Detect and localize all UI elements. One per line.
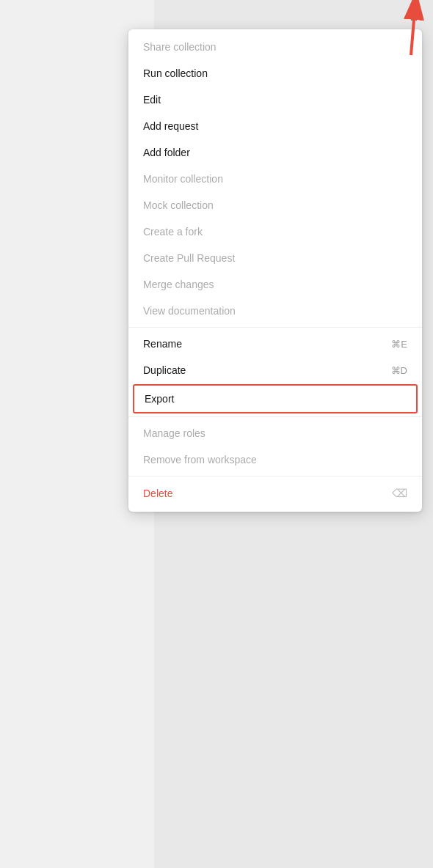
menu-divider — [128, 416, 422, 417]
menu-item-label: Create Pull Request — [143, 252, 235, 264]
menu-item-label: Merge changes — [143, 279, 214, 290]
menu-item-rename[interactable]: Rename ⌘E — [128, 331, 422, 357]
menu-item-label: Rename — [143, 338, 182, 350]
menu-item-create-pull-request[interactable]: Create Pull Request — [128, 245, 422, 271]
menu-item-label: Run collection — [143, 67, 208, 79]
menu-item-label: Export — [145, 393, 174, 405]
menu-item-merge-changes[interactable]: Merge changes — [128, 271, 422, 298]
menu-item-label: Add request — [143, 120, 199, 132]
menu-item-label: Edit — [143, 94, 161, 106]
menu-divider — [128, 476, 422, 477]
menu-item-label: Add folder — [143, 147, 190, 158]
menu-item-add-request[interactable]: Add request — [128, 113, 422, 139]
menu-item-duplicate[interactable]: Duplicate ⌘D — [128, 357, 422, 383]
menu-item-label: Monitor collection — [143, 173, 223, 185]
menu-divider — [128, 327, 422, 328]
menu-item-label: Mock collection — [143, 199, 214, 211]
menu-item-label: Create a fork — [143, 226, 203, 238]
menu-item-export[interactable]: Export — [133, 384, 418, 413]
menu-item-add-folder[interactable]: Add folder — [128, 139, 422, 166]
menu-item-label: Share collection — [143, 41, 216, 53]
menu-item-create-fork[interactable]: Create a fork — [128, 218, 422, 245]
menu-item-shortcut: ⌫ — [392, 487, 407, 500]
menu-item-mock-collection[interactable]: Mock collection — [128, 192, 422, 218]
menu-item-label: Delete — [143, 488, 172, 499]
menu-item-manage-roles[interactable]: Manage roles — [128, 420, 422, 446]
menu-item-delete[interactable]: Delete ⌫ — [128, 479, 422, 507]
menu-item-label: Duplicate — [143, 364, 186, 376]
menu-item-view-documentation[interactable]: View documentation — [128, 298, 422, 324]
more-options-icon[interactable]: ··· — [410, 13, 424, 26]
menu-item-edit[interactable]: Edit — [128, 87, 422, 113]
menu-item-shortcut: ⌘E — [391, 339, 407, 350]
menu-item-share-collection[interactable]: Share collection — [128, 34, 422, 60]
menu-item-shortcut: ⌘D — [391, 365, 407, 376]
menu-item-label: Manage roles — [143, 427, 205, 439]
context-menu: Share collection Run collection Edit Add… — [128, 29, 422, 512]
menu-item-label: View documentation — [143, 305, 236, 317]
menu-item-monitor-collection[interactable]: Monitor collection — [128, 166, 422, 192]
menu-item-run-collection[interactable]: Run collection — [128, 60, 422, 87]
menu-item-remove-from-workspace[interactable]: Remove from workspace — [128, 446, 422, 473]
menu-item-label: Remove from workspace — [143, 454, 257, 466]
